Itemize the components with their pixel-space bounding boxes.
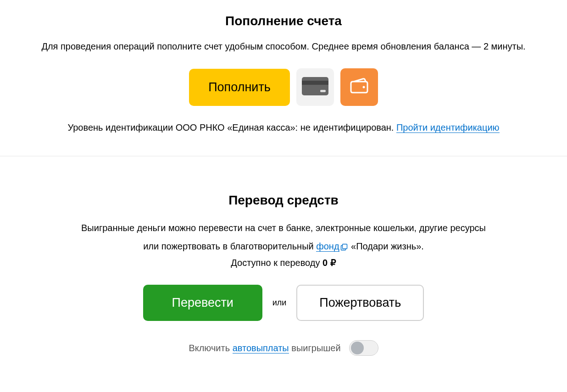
identification-link[interactable]: Пройти идентификацию [396, 122, 500, 133]
autopay-row: Включить автовыплаты выигрышей [18, 340, 549, 356]
wallet-icon [349, 76, 369, 98]
card-icon [302, 77, 328, 97]
available-line: Доступно к переводу 0 ₽ [18, 257, 549, 268]
wallet-payment-option[interactable] [340, 68, 378, 106]
transfer-description-line1: Выигранные деньги можно перевести на сче… [18, 221, 549, 235]
svg-point-3 [363, 86, 365, 88]
transfer-button[interactable]: Перевести [143, 285, 262, 321]
topup-section: Пополнение счета Для проведения операций… [0, 0, 567, 147]
autopay-toggle[interactable] [349, 340, 378, 356]
autopay-link[interactable]: автовыплаты [233, 343, 289, 353]
fund-link[interactable]: фонд [316, 241, 339, 252]
transfer-title: Перевод средств [18, 193, 549, 208]
autopay-suffix: выигрышей [289, 343, 341, 353]
autopay-label: Включить автовыплаты выигрышей [189, 343, 340, 353]
svg-rect-0 [302, 77, 328, 95]
topup-subtitle: Для проведения операций пополните счет у… [18, 41, 549, 52]
external-link-icon [340, 243, 348, 251]
available-value: 0 ₽ [322, 258, 336, 268]
transfer-description-line2: или пожертвовать в благотворительный фон… [18, 239, 549, 254]
transfer-section: Перевод средств Выигранные деньги можно … [0, 161, 567, 370]
or-separator: или [272, 298, 287, 308]
transfer-action-row: Перевести или Пожертвовать [18, 285, 549, 321]
identification-line: Уровень идентификации ООО РНКО «Единая к… [18, 122, 549, 133]
donate-button[interactable]: Пожертвовать [296, 285, 424, 321]
topup-title: Пополнение счета [18, 14, 549, 28]
card-payment-option[interactable] [296, 68, 334, 106]
topup-button-row: Пополнить [18, 68, 549, 106]
transfer-line2-suffix: «Подари жизнь». [349, 241, 424, 251]
topup-button[interactable]: Пополнить [189, 69, 290, 106]
autopay-prefix: Включить [189, 343, 232, 353]
section-divider [0, 156, 567, 156]
svg-rect-2 [320, 90, 326, 92]
identification-status: Уровень идентификации ООО РНКО «Единая к… [67, 122, 396, 133]
toggle-knob [351, 342, 364, 354]
transfer-line2-prefix: или пожертвовать в благотворительный [143, 241, 316, 251]
svg-rect-1 [302, 81, 328, 85]
available-label: Доступно к переводу [231, 258, 322, 268]
svg-rect-5 [342, 244, 347, 248]
